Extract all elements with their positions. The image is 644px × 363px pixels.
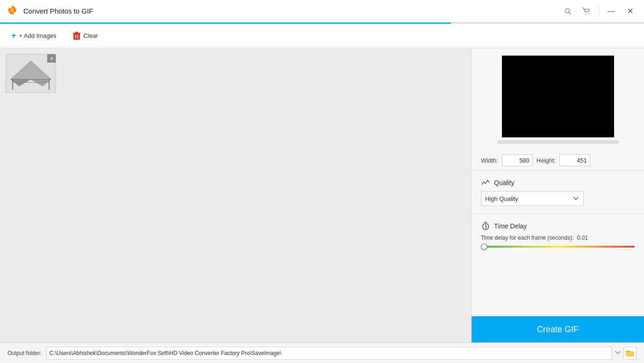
- svg-rect-9: [78, 35, 79, 38]
- titlebar-actions: — ✕: [559, 3, 638, 20]
- svg-rect-21: [626, 352, 634, 356]
- app-title: Convert Photos to GIF: [23, 7, 559, 15]
- trash-icon: [73, 32, 80, 40]
- preview-area: [472, 48, 644, 149]
- folder-icon: [626, 349, 634, 356]
- open-folder-button[interactable]: [623, 347, 637, 360]
- height-input[interactable]: [559, 154, 590, 166]
- divider-1: [472, 170, 644, 171]
- output-folder-row: [46, 347, 637, 360]
- svg-rect-11: [75, 32, 78, 33]
- add-images-label: + Add Images: [19, 32, 57, 39]
- time-delay-icon: [481, 221, 490, 231]
- output-folder-input[interactable]: [46, 347, 612, 360]
- clear-label: Clear: [83, 32, 98, 39]
- main-layout: ✕: [0, 48, 644, 342]
- preview-scrollbar[interactable]: [497, 140, 619, 144]
- dropdown-arrow-icon: [614, 349, 622, 356]
- folder-picker-button[interactable]: [614, 349, 622, 357]
- thumbnail-close-button[interactable]: ✕: [47, 54, 56, 63]
- cart-button[interactable]: [578, 3, 595, 20]
- time-delay-slider-track[interactable]: [481, 246, 635, 248]
- svg-rect-8: [75, 35, 76, 38]
- width-input[interactable]: [502, 154, 533, 166]
- time-delay-slider-thumb[interactable]: [481, 243, 487, 250]
- divider-2: [472, 214, 644, 214]
- cart-icon: [582, 7, 591, 15]
- create-gif-button[interactable]: Create GIF: [472, 316, 644, 342]
- svg-rect-7: [73, 34, 80, 40]
- frame-delay-value: 0.01: [577, 235, 588, 241]
- width-label: Width:: [481, 157, 498, 164]
- quality-row: High Quality Medium Quality Low Quality: [472, 191, 644, 212]
- titlebar-separator: [599, 6, 599, 17]
- toolbar: + + Add Images Clear: [0, 24, 644, 48]
- preview-black: [502, 56, 614, 137]
- quality-icon: [481, 178, 490, 187]
- height-label: Height:: [537, 157, 556, 164]
- right-panel: Width: Height: Quality High Quality Medi…: [471, 48, 644, 342]
- output-folder-label: Output folder:: [7, 350, 42, 356]
- close-button[interactable]: ✕: [622, 3, 638, 20]
- time-delay-section-header: Time Delay: [472, 216, 644, 235]
- spacer: [472, 253, 644, 316]
- dimensions-row: Width: Height:: [472, 149, 644, 168]
- quality-select[interactable]: High Quality Medium Quality Low Quality: [481, 191, 584, 206]
- search-button[interactable]: [559, 3, 576, 20]
- app-logo-icon: [6, 5, 19, 18]
- add-icon: +: [11, 31, 16, 41]
- search-icon: [564, 7, 572, 15]
- titlebar: Convert Photos to GIF — ✕: [0, 0, 644, 22]
- svg-point-5: [586, 14, 587, 14]
- bottom-bar: Output folder:: [0, 342, 644, 363]
- add-images-button[interactable]: + + Add Images: [7, 28, 60, 43]
- svg-line-4: [569, 12, 571, 14]
- thumbnail-card: ✕: [6, 54, 56, 93]
- image-drop-area[interactable]: ✕: [0, 48, 471, 342]
- slider-row: [472, 244, 644, 253]
- frame-delay-label: Time delay for each frame (seconds): 0.0…: [472, 235, 644, 244]
- svg-point-6: [588, 14, 589, 14]
- quality-section-title: Quality: [494, 179, 515, 186]
- time-delay-section-title: Time Delay: [494, 222, 527, 230]
- right-inner: Width: Height: Quality High Quality Medi…: [472, 48, 644, 342]
- clear-button[interactable]: Clear: [69, 29, 101, 43]
- minimize-button[interactable]: —: [603, 3, 620, 20]
- quality-section-header: Quality: [472, 172, 644, 191]
